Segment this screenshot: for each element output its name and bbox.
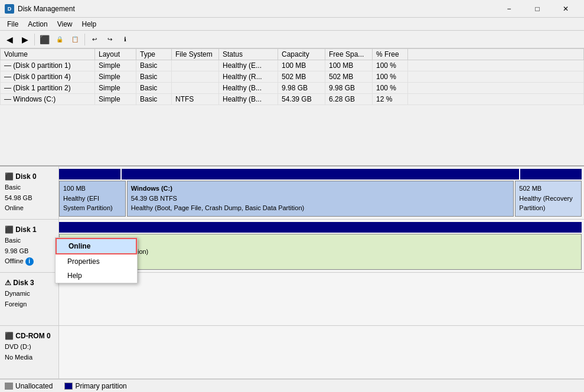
col-status: Status xyxy=(219,49,278,60)
disk-0-type: Basic xyxy=(5,182,54,193)
table-cell: 6.28 GB xyxy=(325,94,373,105)
cdrom-0-label: ⬛ CD-ROM 0 DVD (D:) No Media xyxy=(0,326,59,378)
table-cell: Basic xyxy=(136,71,172,83)
table-cell: 100 % xyxy=(373,71,408,83)
table-cell xyxy=(172,60,219,71)
table-cell xyxy=(172,71,219,83)
disk-1-part1-size: 9.98 GB xyxy=(63,237,578,247)
table-cell: Basic xyxy=(136,83,172,94)
table-cell: 100 % xyxy=(373,60,408,71)
disk-0-bar-seg2 xyxy=(122,169,520,179)
disk-0-size: 54.98 GB xyxy=(5,193,54,204)
legend-primary-label: Primary partition xyxy=(75,382,126,390)
table-cell: NTFS xyxy=(172,94,219,105)
table-row[interactable]: — (Disk 0 partition 1)SimpleBasicHealthy… xyxy=(1,60,584,71)
legend-unallocated-label: Unallocated xyxy=(15,382,53,390)
cdrom-0-name: ⬛ CD-ROM 0 xyxy=(5,331,54,342)
disk-1-label: ⬛ Disk 1 Basic 9.98 GB Offline i xyxy=(0,220,59,272)
disk-0-label: ⬛ Disk 0 Basic 54.98 GB Online xyxy=(0,166,59,219)
table-cell-empty xyxy=(408,94,584,105)
window-title: Disk Management xyxy=(18,5,495,13)
col-volume: Volume xyxy=(1,49,95,60)
disk-3-status: Foreign xyxy=(5,299,54,310)
disk-0-status: Online xyxy=(5,203,54,214)
disk-0-partitions: 100 MB Healthy (EFI System Partition) Wi… xyxy=(59,166,584,219)
table-cell: — (Disk 0 partition 1) xyxy=(1,60,95,71)
main-container: Volume Layout Type File System Status Ca… xyxy=(0,48,584,379)
table-cell: Simple xyxy=(95,94,136,105)
table-cell: 100 MB xyxy=(278,60,325,71)
table-cell: — Windows (C:) xyxy=(1,94,95,105)
volume-table: Volume Layout Type File System Status Ca… xyxy=(0,48,584,105)
disk-3-name: ⚠ Disk 3 xyxy=(5,277,54,289)
table-cell-empty xyxy=(408,83,584,94)
context-menu-item-help[interactable]: Help xyxy=(56,269,137,283)
toolbar-btn-7[interactable]: ↪ xyxy=(103,32,117,47)
disk-3-type: Dynamic xyxy=(5,289,54,299)
cdrom-0-status: No Media xyxy=(5,352,54,363)
disk-map-section: ⬛ Disk 0 Basic 54.98 GB Online 100 MB He… xyxy=(0,166,584,379)
minimize-button[interactable]: − xyxy=(495,0,523,18)
menu-view[interactable]: View xyxy=(53,19,77,30)
table-cell: Healthy (B... xyxy=(219,94,278,105)
cdrom-0-type: DVD (D:) xyxy=(5,342,54,352)
menu-help[interactable]: Help xyxy=(77,19,102,30)
col-pctfree: % Free xyxy=(373,49,408,60)
table-cell: 12 % xyxy=(373,94,408,105)
disk-0-part1-size: 100 MB xyxy=(63,184,122,194)
close-button[interactable]: ✕ xyxy=(552,0,579,18)
disk-0-part1[interactable]: 100 MB Healthy (EFI System Partition) xyxy=(59,181,126,217)
table-cell: Simple xyxy=(95,60,136,71)
table-row[interactable]: — Windows (C:)SimpleBasicNTFSHealthy (B.… xyxy=(1,94,584,105)
toolbar-btn-6[interactable]: ↩ xyxy=(87,32,102,47)
disk-0-part2-status: Healthy (Boot, Page File, Crash Dump, Ba… xyxy=(131,203,510,213)
disk-1-part1-status: Healthy (Basic Data Partition) xyxy=(63,247,578,257)
disk-0-part1-status: Healthy (EFI System Partition) xyxy=(63,194,122,213)
table-cell: Basic xyxy=(136,94,172,105)
table-cell: Healthy (R... xyxy=(219,71,278,83)
disk-1-status: Offline i xyxy=(5,256,54,267)
toolbar-btn-5[interactable]: 📋 xyxy=(68,32,82,47)
disk-0-part3[interactable]: 502 MB Healthy (Recovery Partition) xyxy=(515,181,582,217)
menu-file[interactable]: File xyxy=(2,19,23,30)
back-button[interactable]: ◀ xyxy=(2,32,17,47)
table-cell: — (Disk 1 partition 2) xyxy=(1,83,95,94)
context-menu-item-properties[interactable]: Properties xyxy=(56,254,137,269)
table-cell: 9.98 GB xyxy=(278,83,325,94)
table-cell: Healthy (E... xyxy=(219,60,278,71)
table-cell xyxy=(172,83,219,94)
toolbar: ◀ ▶ ⬛ 🔒 📋 ↩ ↪ ℹ xyxy=(0,31,584,48)
disk-1-type: Basic xyxy=(5,236,54,246)
toolbar-btn-4[interactable]: 🔒 xyxy=(53,32,67,47)
table-row[interactable]: — (Disk 1 partition 2)SimpleBasicHealthy… xyxy=(1,83,584,94)
toolbar-btn-8[interactable]: ℹ xyxy=(118,32,132,47)
disk-0-part2[interactable]: Windows (C:) 54.39 GB NTFS Healthy (Boot… xyxy=(127,181,514,217)
disk-0-part2-name: Windows (C:) xyxy=(131,184,510,194)
disk-1-bar xyxy=(59,222,582,233)
volume-table-section: Volume Layout Type File System Status Ca… xyxy=(0,48,584,166)
restore-button[interactable]: □ xyxy=(524,0,551,18)
disk-1-row: ⬛ Disk 1 Basic 9.98 GB Offline i 9.98 GB… xyxy=(0,220,584,273)
context-menu-item-online[interactable]: Online xyxy=(56,238,137,254)
toolbar-separator-2 xyxy=(84,34,85,45)
table-cell-empty xyxy=(408,60,584,71)
toolbar-btn-3[interactable]: ⬛ xyxy=(37,32,51,47)
disk-3-label: ⚠ Disk 3 Dynamic Foreign xyxy=(0,273,59,325)
col-type: Type xyxy=(136,49,172,60)
legend-primary: Primary partition xyxy=(64,382,126,390)
offline-info-icon[interactable]: i xyxy=(25,257,34,266)
cdrom-0-partitions xyxy=(59,326,584,378)
forward-button[interactable]: ▶ xyxy=(18,32,32,47)
table-cell: 100 % xyxy=(373,83,408,94)
menu-bar: File Action View Help xyxy=(0,18,584,31)
table-cell: Healthy (B... xyxy=(219,83,278,94)
table-cell: 502 MB xyxy=(278,71,325,83)
table-cell: — (Disk 0 partition 4) xyxy=(1,71,95,83)
context-menu: Online Properties Help xyxy=(55,237,138,283)
menu-action[interactable]: Action xyxy=(23,19,52,30)
table-row[interactable]: — (Disk 0 partition 4)SimpleBasicHealthy… xyxy=(1,71,584,83)
window-controls: − □ ✕ xyxy=(495,0,579,18)
disk-0-bar xyxy=(59,169,582,179)
legend-unallocated-box xyxy=(5,383,13,390)
table-cell: Simple xyxy=(95,83,136,94)
